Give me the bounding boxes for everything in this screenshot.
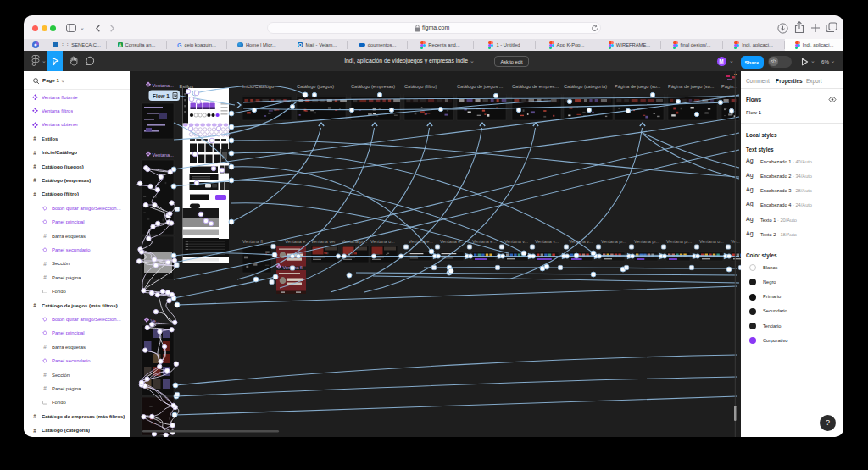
svg-text:Ventana e...: Ventana e... (440, 239, 465, 244)
svg-text:Página de juego (so...: Página de juego (so... (615, 84, 661, 89)
svg-text:Ventana pr...: Ventana pr... (634, 239, 659, 244)
svg-text:Ventana e...: Ventana e... (285, 239, 309, 244)
svg-text:Catálogo de empres...: Catálogo de empres... (512, 84, 559, 89)
svg-text:Flow 1: Flow 1 (153, 93, 170, 99)
svg-text:Catálogo (filtro): Catálogo (filtro) (404, 84, 437, 89)
svg-text:Ventana v...: Ventana v... (535, 239, 559, 244)
svg-text:Ventana o...: Ventana o... (699, 239, 724, 244)
svg-text:Catálogo (juegos): Catálogo (juegos) (297, 84, 334, 89)
svg-text:Ventana...: Ventana... (153, 83, 175, 88)
svg-text:Ventana pr...: Ventana pr... (601, 239, 626, 244)
svg-text:Catálogo (empresas): Catálogo (empresas) (351, 84, 395, 89)
svg-text:Ventana pr...: Ventana pr... (666, 239, 692, 244)
svg-text:Ventana...: Ventana... (153, 152, 175, 158)
svg-text:Ventana e...: Ventana e... (409, 239, 433, 244)
svg-text:Ventana ver: Ventana ver (311, 239, 336, 244)
svg-text:Catálogo (categoría): Catálogo (categoría) (564, 84, 607, 89)
svg-text:Página de juego (so...: Página de juego (so... (668, 84, 715, 89)
svg-text:Ventana e...: Ventana e... (472, 239, 497, 244)
svg-text:Estilos: Estilos (180, 84, 194, 89)
svg-text:Catálogo de juegos ...: Catálogo de juegos ... (457, 84, 504, 89)
svg-text:Ventana o...: Ventana o... (370, 239, 395, 244)
svg-text:Ventana fl: Ventana fl (242, 239, 263, 244)
svg-text:Ventana v...: Ventana v... (504, 239, 528, 244)
